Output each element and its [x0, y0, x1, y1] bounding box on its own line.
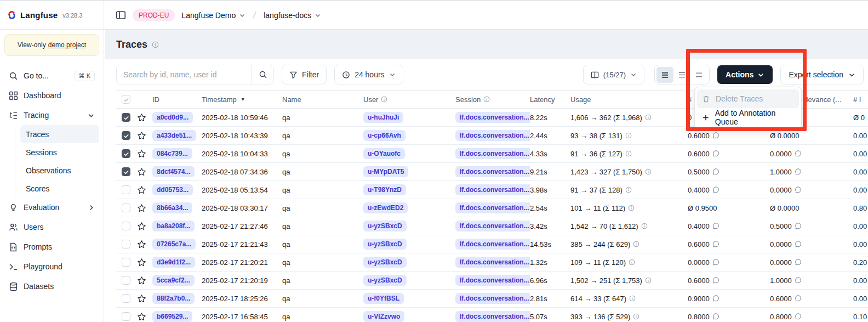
star-icon[interactable] [137, 294, 146, 303]
session-badge[interactable]: lf.docs.conversation... [455, 257, 530, 268]
session-badge[interactable]: lf.docs.conversation... [455, 112, 530, 123]
sidebar-item-dashboard[interactable]: Dashboard [4, 86, 99, 105]
columns-button[interactable]: (15/27) [583, 65, 644, 84]
session-badge[interactable]: lf.docs.conversation... [455, 166, 530, 177]
header-score-c[interactable]: # I [853, 95, 868, 104]
row-checkbox[interactable] [122, 222, 130, 230]
row-checkbox[interactable] [122, 276, 130, 285]
trace-id-badge[interactable]: d3e9d1f2... [152, 257, 195, 268]
trace-id-badge[interactable]: 07265c7a... [152, 239, 196, 250]
star-icon[interactable] [137, 113, 146, 122]
session-badge[interactable]: lf.docs.conversation... [455, 148, 530, 159]
table-row[interactable]: b669529... 2025-02-17 16:58:45 qa u-VlZz… [116, 308, 868, 322]
filter-button[interactable]: Filter [282, 65, 327, 84]
actions-button[interactable]: Actions [717, 65, 773, 84]
trace-id-badge[interactable]: 88f2a7b0... [152, 293, 195, 304]
row-checkbox[interactable] [122, 131, 130, 140]
header-latency[interactable]: Latency [530, 95, 570, 104]
star-icon[interactable] [137, 204, 146, 213]
row-checkbox[interactable] [122, 240, 130, 248]
trace-id-badge[interactable]: 5cca9cf2... [152, 275, 195, 286]
session-badge[interactable]: lf.docs.conversation... [455, 221, 530, 231]
row-checkbox[interactable] [122, 149, 130, 158]
trace-id-badge[interactable]: dd05753... [152, 184, 193, 195]
row-checkbox[interactable] [122, 113, 130, 122]
session-badge[interactable]: lf.docs.conversation... [455, 239, 530, 250]
row-height-medium-button[interactable] [673, 67, 690, 83]
trace-id-badge[interactable]: a433de51... [152, 130, 196, 141]
table-row[interactable]: 5cca9cf2... 2025-02-17 21:20:19 qa u-yzS… [116, 272, 868, 290]
header-usage[interactable]: Usage [570, 95, 688, 104]
session-badge[interactable]: lf.docs.conversation... [455, 293, 530, 304]
star-icon[interactable] [137, 312, 146, 321]
user-badge[interactable]: u-cp66Avh [363, 130, 406, 141]
row-checkbox[interactable] [122, 294, 130, 303]
goto-search[interactable]: Go to... ⌘ K [4, 66, 99, 86]
sidebar-item-sessions[interactable]: Sessions [20, 143, 99, 161]
table-row[interactable]: 8b66a34... 2025-02-18 03:30:17 qa u-zEwd… [116, 199, 868, 217]
header-timestamp[interactable]: Timestamp▼ [202, 95, 282, 104]
user-badge[interactable]: u-VlZzvwo [363, 311, 404, 322]
user-badge[interactable]: u-T98YnzD [363, 184, 406, 195]
sidebar-item-playground[interactable]: Playground [4, 257, 99, 276]
row-checkbox[interactable] [122, 185, 130, 194]
user-badge[interactable]: u-zEwdED2 [363, 202, 408, 213]
table-row[interactable]: 084c739... 2025-02-18 10:04:33 qa u-OYau… [116, 145, 868, 163]
user-badge[interactable]: u-f0YfBSL [363, 293, 404, 304]
session-badge[interactable]: lf.docs.conversation... [455, 311, 530, 322]
export-selection-button[interactable]: Export selection [780, 65, 864, 84]
select-all-checkbox[interactable] [122, 95, 130, 104]
star-icon[interactable] [137, 276, 146, 285]
user-badge[interactable]: u-MYpDAT5 [363, 166, 408, 177]
row-checkbox[interactable] [122, 258, 130, 267]
sidebar-item-evaluation[interactable]: Evaluation [4, 197, 99, 217]
user-badge[interactable]: u-yzSBxcD [363, 275, 407, 286]
star-icon[interactable] [137, 149, 146, 159]
search-submit-button[interactable] [252, 65, 273, 84]
row-height-small-button[interactable] [656, 67, 673, 83]
trace-id-badge[interactable]: 8dcf4574... [152, 166, 195, 177]
sidebar-item-prompts[interactable]: Prompts [4, 237, 99, 257]
header-user[interactable]: User [363, 95, 455, 104]
trace-id-badge[interactable]: 8b66a34... [152, 202, 192, 213]
user-badge[interactable]: u-yzSBxcD [363, 221, 407, 231]
row-height-large-button[interactable] [690, 67, 707, 83]
user-badge[interactable]: u-huJhuJi [363, 112, 403, 123]
menu-item-delete-traces[interactable]: Delete Traces [697, 89, 799, 108]
trace-id-badge[interactable]: b669529... [152, 311, 192, 322]
table-row[interactable]: 07265c7a... 2025-02-17 21:21:43 qa u-yzS… [116, 235, 868, 253]
star-icon[interactable] [137, 240, 146, 249]
row-checkbox[interactable] [122, 167, 130, 176]
table-row[interactable]: dd05753... 2025-02-18 05:13:54 qa u-T98Y… [116, 181, 868, 199]
session-badge[interactable]: lf.docs.conversation... [455, 184, 530, 195]
star-icon[interactable] [137, 131, 146, 140]
table-row[interactable]: 8dcf4574... 2025-02-18 07:34:36 qa u-MYp… [116, 163, 868, 181]
trace-id-badge[interactable]: a0cd0d9... [152, 112, 193, 123]
session-badge[interactable]: lf.docs.conversation... [455, 275, 530, 286]
time-range-button[interactable]: 24 hours [334, 65, 403, 84]
session-badge[interactable]: lf.docs.conversation... [455, 130, 530, 141]
star-icon[interactable] [137, 222, 146, 231]
table-row[interactable]: 88f2a7b0... 2025-02-17 18:25:26 qa u-f0Y… [116, 290, 868, 308]
user-badge[interactable]: u-yzSBxcD [363, 257, 407, 268]
sidebar-item-observations[interactable]: Observations [20, 161, 99, 179]
sidebar-item-scores[interactable]: Scores [20, 179, 99, 197]
trace-id-badge[interactable]: 084c739... [152, 148, 192, 159]
user-badge[interactable]: u-yzSBxcD [363, 239, 407, 250]
user-badge[interactable]: u-OYauofc [363, 148, 405, 159]
breadcrumb-project[interactable]: langfuse-docs [264, 11, 321, 20]
sidebar-item-tracing[interactable]: Tracing [4, 105, 99, 125]
header-id[interactable]: ID [152, 95, 202, 104]
star-icon[interactable] [137, 167, 146, 177]
table-row[interactable]: d3e9d1f2... 2025-02-17 21:20:21 qa u-yzS… [116, 253, 868, 272]
trace-id-badge[interactable]: ba8a208f... [152, 221, 195, 231]
sidebar-item-datasets[interactable]: Datasets [4, 276, 99, 296]
star-icon[interactable] [137, 185, 146, 195]
sidebar-toggle-icon[interactable] [116, 10, 126, 20]
menu-item-add-to-annotation-queue[interactable]: Add to Annotation Queue [697, 108, 799, 127]
breadcrumb-org[interactable]: Langfuse Demo [181, 11, 245, 20]
row-checkbox[interactable] [122, 312, 130, 321]
session-badge[interactable]: lf.docs.conversation... [455, 202, 530, 213]
star-icon[interactable] [137, 258, 146, 267]
row-checkbox[interactable] [122, 204, 130, 212]
